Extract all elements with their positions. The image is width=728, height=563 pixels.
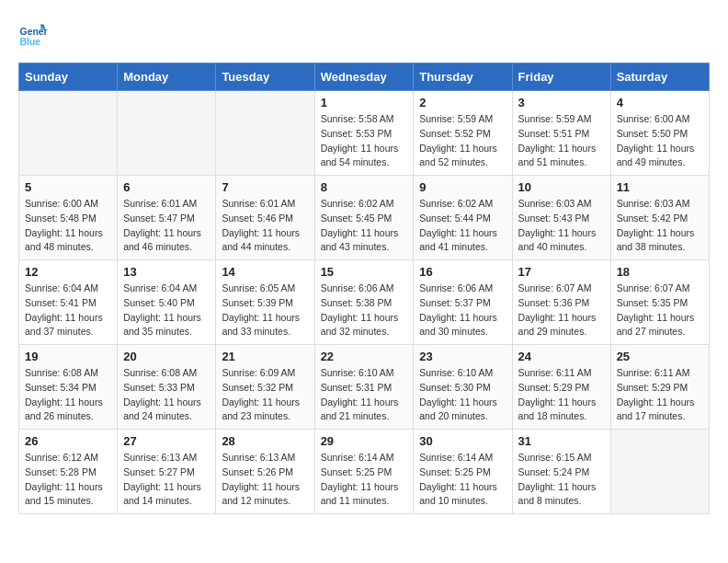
day-detail: Sunrise: 6:14 AM Sunset: 5:25 PM Dayligh… xyxy=(321,451,408,509)
day-number: 2 xyxy=(419,96,506,109)
day-number: 13 xyxy=(123,265,210,279)
weekday-header-monday: Monday xyxy=(118,63,216,91)
weekday-header-thursday: Thursday xyxy=(414,63,512,91)
day-number: 7 xyxy=(222,180,308,194)
day-number: 31 xyxy=(518,434,605,448)
day-number: 17 xyxy=(518,265,605,279)
calendar-cell: 7Sunrise: 6:01 AM Sunset: 5:46 PM Daylig… xyxy=(216,176,314,260)
calendar-cell: 27Sunrise: 6:13 AM Sunset: 5:27 PM Dayli… xyxy=(118,430,216,514)
calendar-body: 1Sunrise: 5:58 AM Sunset: 5:53 PM Daylig… xyxy=(19,91,710,514)
day-number: 23 xyxy=(419,350,506,363)
day-detail: Sunrise: 6:14 AM Sunset: 5:25 PM Dayligh… xyxy=(419,451,506,509)
day-detail: Sunrise: 5:59 AM Sunset: 5:52 PM Dayligh… xyxy=(419,112,506,170)
calendar-cell: 8Sunrise: 6:02 AM Sunset: 5:45 PM Daylig… xyxy=(314,176,414,260)
calendar-cell xyxy=(610,430,709,514)
day-number: 3 xyxy=(518,96,605,109)
day-detail: Sunrise: 6:10 AM Sunset: 5:30 PM Dayligh… xyxy=(419,366,506,424)
day-number: 24 xyxy=(518,350,605,363)
calendar-cell: 1Sunrise: 5:58 AM Sunset: 5:53 PM Daylig… xyxy=(314,91,414,176)
day-number: 15 xyxy=(321,265,408,279)
calendar-cell: 20Sunrise: 6:08 AM Sunset: 5:33 PM Dayli… xyxy=(118,345,216,430)
calendar-cell: 11Sunrise: 6:03 AM Sunset: 5:42 PM Dayli… xyxy=(610,176,709,260)
day-number: 26 xyxy=(25,434,111,448)
calendar-cell xyxy=(19,91,118,176)
calendar-cell: 28Sunrise: 6:13 AM Sunset: 5:26 PM Dayli… xyxy=(216,430,314,514)
day-number: 19 xyxy=(25,350,111,363)
day-number: 11 xyxy=(617,180,703,194)
calendar-cell: 29Sunrise: 6:14 AM Sunset: 5:25 PM Dayli… xyxy=(314,430,414,514)
day-number: 10 xyxy=(518,180,605,194)
day-detail: Sunrise: 6:03 AM Sunset: 5:42 PM Dayligh… xyxy=(617,197,703,255)
day-detail: Sunrise: 6:10 AM Sunset: 5:31 PM Dayligh… xyxy=(321,366,408,424)
day-number: 22 xyxy=(321,350,408,363)
day-detail: Sunrise: 6:13 AM Sunset: 5:27 PM Dayligh… xyxy=(123,451,210,509)
day-detail: Sunrise: 6:12 AM Sunset: 5:28 PM Dayligh… xyxy=(25,451,111,509)
day-detail: Sunrise: 6:06 AM Sunset: 5:37 PM Dayligh… xyxy=(419,282,506,339)
calendar-table: SundayMondayTuesdayWednesdayThursdayFrid… xyxy=(18,63,710,514)
calendar-cell: 31Sunrise: 6:15 AM Sunset: 5:24 PM Dayli… xyxy=(512,430,610,514)
calendar-cell: 9Sunrise: 6:02 AM Sunset: 5:44 PM Daylig… xyxy=(414,176,512,260)
weekday-header-friday: Friday xyxy=(512,63,610,91)
calendar-week-1: 1Sunrise: 5:58 AM Sunset: 5:53 PM Daylig… xyxy=(19,91,710,176)
calendar-cell: 26Sunrise: 6:12 AM Sunset: 5:28 PM Dayli… xyxy=(19,430,118,514)
day-detail: Sunrise: 6:08 AM Sunset: 5:33 PM Dayligh… xyxy=(123,366,210,424)
logo-icon: General Blue xyxy=(18,18,48,48)
day-number: 5 xyxy=(25,180,111,194)
day-detail: Sunrise: 6:04 AM Sunset: 5:41 PM Dayligh… xyxy=(25,282,111,339)
day-detail: Sunrise: 5:59 AM Sunset: 5:51 PM Dayligh… xyxy=(518,112,605,170)
day-number: 4 xyxy=(617,96,703,109)
day-detail: Sunrise: 6:04 AM Sunset: 5:40 PM Dayligh… xyxy=(123,282,210,339)
calendar-cell: 17Sunrise: 6:07 AM Sunset: 5:36 PM Dayli… xyxy=(512,260,610,345)
weekday-header-saturday: Saturday xyxy=(610,63,709,91)
calendar-cell xyxy=(118,91,216,176)
svg-text:Blue: Blue xyxy=(20,37,41,47)
day-detail: Sunrise: 6:01 AM Sunset: 5:47 PM Dayligh… xyxy=(123,197,210,255)
day-detail: Sunrise: 6:00 AM Sunset: 5:48 PM Dayligh… xyxy=(25,197,111,255)
calendar-cell: 5Sunrise: 6:00 AM Sunset: 5:48 PM Daylig… xyxy=(19,176,118,260)
calendar-cell: 22Sunrise: 6:10 AM Sunset: 5:31 PM Dayli… xyxy=(314,345,414,430)
day-number: 8 xyxy=(321,180,408,194)
day-detail: Sunrise: 6:13 AM Sunset: 5:26 PM Dayligh… xyxy=(222,451,308,509)
day-number: 25 xyxy=(617,350,703,363)
calendar-cell: 10Sunrise: 6:03 AM Sunset: 5:43 PM Dayli… xyxy=(512,176,610,260)
day-number: 28 xyxy=(222,434,308,448)
calendar-week-4: 19Sunrise: 6:08 AM Sunset: 5:34 PM Dayli… xyxy=(19,345,710,430)
calendar-header-row: SundayMondayTuesdayWednesdayThursdayFrid… xyxy=(19,63,710,91)
day-detail: Sunrise: 6:05 AM Sunset: 5:39 PM Dayligh… xyxy=(222,282,308,339)
calendar-cell: 14Sunrise: 6:05 AM Sunset: 5:39 PM Dayli… xyxy=(216,260,314,345)
calendar-cell: 15Sunrise: 6:06 AM Sunset: 5:38 PM Dayli… xyxy=(314,260,414,345)
calendar-cell: 16Sunrise: 6:06 AM Sunset: 5:37 PM Dayli… xyxy=(414,260,512,345)
day-detail: Sunrise: 6:07 AM Sunset: 5:35 PM Dayligh… xyxy=(617,282,703,339)
calendar-cell: 2Sunrise: 5:59 AM Sunset: 5:52 PM Daylig… xyxy=(414,91,512,176)
calendar-cell: 25Sunrise: 6:11 AM Sunset: 5:29 PM Dayli… xyxy=(610,345,709,430)
calendar-cell: 18Sunrise: 6:07 AM Sunset: 5:35 PM Dayli… xyxy=(610,260,709,345)
day-detail: Sunrise: 6:03 AM Sunset: 5:43 PM Dayligh… xyxy=(518,197,605,255)
day-number: 30 xyxy=(419,434,506,448)
day-number: 14 xyxy=(222,265,308,279)
day-detail: Sunrise: 6:02 AM Sunset: 5:45 PM Dayligh… xyxy=(321,197,408,255)
day-number: 21 xyxy=(222,350,308,363)
day-detail: Sunrise: 6:09 AM Sunset: 5:32 PM Dayligh… xyxy=(222,366,308,424)
calendar-cell: 3Sunrise: 5:59 AM Sunset: 5:51 PM Daylig… xyxy=(512,91,610,176)
day-number: 6 xyxy=(123,180,210,194)
day-number: 16 xyxy=(419,265,506,279)
day-detail: Sunrise: 6:08 AM Sunset: 5:34 PM Dayligh… xyxy=(25,366,111,424)
day-detail: Sunrise: 6:11 AM Sunset: 5:29 PM Dayligh… xyxy=(617,366,703,424)
calendar-cell xyxy=(216,91,314,176)
day-number: 18 xyxy=(617,265,703,279)
day-number: 12 xyxy=(25,265,111,279)
day-detail: Sunrise: 6:11 AM Sunset: 5:29 PM Dayligh… xyxy=(518,366,605,424)
weekday-header-wednesday: Wednesday xyxy=(314,63,414,91)
day-number: 20 xyxy=(123,350,210,363)
calendar-cell: 21Sunrise: 6:09 AM Sunset: 5:32 PM Dayli… xyxy=(216,345,314,430)
logo: General Blue xyxy=(18,18,53,48)
day-detail: Sunrise: 6:02 AM Sunset: 5:44 PM Dayligh… xyxy=(419,197,506,255)
day-detail: Sunrise: 6:15 AM Sunset: 5:24 PM Dayligh… xyxy=(518,451,605,509)
calendar-week-3: 12Sunrise: 6:04 AM Sunset: 5:41 PM Dayli… xyxy=(19,260,710,345)
calendar-cell: 19Sunrise: 6:08 AM Sunset: 5:34 PM Dayli… xyxy=(19,345,118,430)
calendar-week-2: 5Sunrise: 6:00 AM Sunset: 5:48 PM Daylig… xyxy=(19,176,710,260)
day-detail: Sunrise: 6:00 AM Sunset: 5:50 PM Dayligh… xyxy=(617,112,703,170)
calendar-cell: 24Sunrise: 6:11 AM Sunset: 5:29 PM Dayli… xyxy=(512,345,610,430)
calendar-cell: 13Sunrise: 6:04 AM Sunset: 5:40 PM Dayli… xyxy=(118,260,216,345)
calendar-cell: 12Sunrise: 6:04 AM Sunset: 5:41 PM Dayli… xyxy=(19,260,118,345)
